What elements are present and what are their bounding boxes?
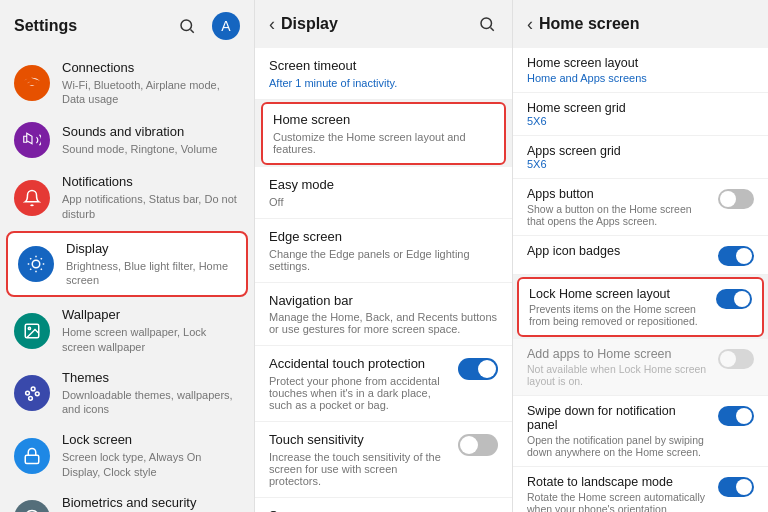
toggle-app_icon_badges[interactable] xyxy=(718,246,754,266)
right-title-home_screen_grid: Home screen grid xyxy=(527,101,746,115)
middle-item-accidental_touch[interactable]: Accidental touch protection Protect your… xyxy=(255,346,512,422)
svg-point-15 xyxy=(26,391,30,395)
right-item-apps_screen_grid[interactable]: Apps screen grid 5X6 xyxy=(513,136,768,179)
sidebar-item-wallpaper[interactable]: Wallpaper Home screen wallpaper, Lock sc… xyxy=(0,299,254,361)
right-panel-header: ‹ Home screen xyxy=(513,0,768,48)
sidebar-item-display[interactable]: Display Brightness, Blue light filter, H… xyxy=(6,231,248,297)
right-item-add_apps[interactable]: Add apps to Home screen Not available wh… xyxy=(513,339,768,396)
item-icon-wallpaper xyxy=(14,313,50,349)
middle-item-easy_mode[interactable]: Easy mode Off xyxy=(255,167,512,219)
search-icon[interactable] xyxy=(176,15,198,37)
item-title-display: Display xyxy=(66,241,236,258)
middle-item-home_screen[interactable]: Home screen Customize the Home screen la… xyxy=(261,102,506,165)
item-icon-themes xyxy=(14,375,50,411)
right-subtitle-lock_home_screen: Prevents items on the Home screen from b… xyxy=(529,303,710,327)
sidebar-item-connections[interactable]: Connections Wi-Fi, Bluetooth, Airplane m… xyxy=(0,52,254,114)
middle-item-screen_timeout[interactable]: Screen timeout After 1 minute of inactiv… xyxy=(255,48,512,100)
item-subtitle-display: Brightness, Blue light filter, Home scre… xyxy=(66,259,236,288)
toggle-add_apps[interactable] xyxy=(718,349,754,369)
sidebar-item-lock_screen[interactable]: Lock screen Screen lock type, Always On … xyxy=(0,424,254,486)
right-item-swipe_down[interactable]: Swipe down for notification panel Open t… xyxy=(513,396,768,467)
item-subtitle-notifications: App notifications, Status bar, Do not di… xyxy=(62,192,240,221)
mid-subtitle-home_screen: Customize the Home screen layout and fea… xyxy=(273,131,494,155)
left-panel-header: Settings A xyxy=(0,0,254,52)
mid-subtitle-navigation_bar: Manage the Home, Back, and Recents butto… xyxy=(269,311,498,335)
svg-line-5 xyxy=(30,258,31,259)
right-title-home_screen_layout: Home screen layout xyxy=(527,56,746,70)
right-panel-title: Home screen xyxy=(539,15,754,33)
right-panel: ‹ Home screen Home screen layout Home an… xyxy=(513,0,768,512)
item-subtitle-connections: Wi-Fi, Bluetooth, Airplane mode, Data us… xyxy=(62,78,240,107)
item-title-connections: Connections xyxy=(62,60,240,77)
mid-title-screen_saver: Screen saver xyxy=(269,508,498,512)
svg-line-6 xyxy=(41,269,42,270)
mid-title-touch_sensitivity: Touch sensitivity xyxy=(269,432,448,449)
toggle-accidental_touch[interactable] xyxy=(458,358,498,380)
svg-point-16 xyxy=(29,397,33,401)
item-title-notifications: Notifications xyxy=(62,174,240,191)
right-title-apps_screen_grid: Apps screen grid xyxy=(527,144,746,158)
left-panel: Settings A Connections Wi-Fi, Bluetooth,… xyxy=(0,0,255,512)
middle-item-edge_screen[interactable]: Edge screen Change the Edge panels or Ed… xyxy=(255,219,512,283)
toggle-apps_button[interactable] xyxy=(718,189,754,209)
mid-title-screen_timeout: Screen timeout xyxy=(269,58,498,75)
mid-title-home_screen: Home screen xyxy=(273,112,494,129)
sidebar-item-biometrics[interactable]: Biometrics and security Intelligent Scan… xyxy=(0,487,254,512)
home-screen-list: Home screen layout Home and Apps screens… xyxy=(513,48,768,512)
middle-panel-scroll: Screen timeout After 1 minute of inactiv… xyxy=(255,48,512,512)
item-title-wallpaper: Wallpaper xyxy=(62,307,240,324)
svg-rect-17 xyxy=(25,455,39,463)
right-title-swipe_down: Swipe down for notification panel xyxy=(527,404,704,432)
svg-point-2 xyxy=(32,260,40,268)
right-item-lock_home_screen[interactable]: Lock Home screen layout Prevents items o… xyxy=(517,277,764,337)
right-item-rotate_landscape[interactable]: Rotate to landscape mode Rotate the Home… xyxy=(513,467,768,512)
middle-panel: ‹ Display Screen timeout After 1 minute … xyxy=(255,0,513,512)
middle-item-touch_sensitivity[interactable]: Touch sensitivity Increase the touch sen… xyxy=(255,422,512,498)
sidebar-item-notifications[interactable]: Notifications App notifications, Status … xyxy=(0,166,254,228)
right-back-icon[interactable]: ‹ xyxy=(527,14,533,35)
right-subtitle-home_screen_layout: Home and Apps screens xyxy=(527,72,754,84)
svg-point-0 xyxy=(181,20,192,31)
mid-title-navigation_bar: Navigation bar xyxy=(269,293,498,310)
right-panel-scroll: Home screen layout Home and Apps screens… xyxy=(513,48,768,512)
item-icon-biometrics xyxy=(14,500,50,512)
mid-subtitle-accidental_touch: Protect your phone from accidental touch… xyxy=(269,375,448,411)
right-item-app_icon_badges[interactable]: App icon badges xyxy=(513,236,768,275)
right-title-app_icon_badges: App icon badges xyxy=(527,244,704,258)
mid-title-edge_screen: Edge screen xyxy=(269,229,498,246)
sidebar-item-themes[interactable]: Themes Downloadable themes, wallpapers, … xyxy=(0,362,254,424)
middle-search-icon[interactable] xyxy=(476,13,498,35)
item-icon-sounds xyxy=(14,122,50,158)
toggle-lock_home_screen[interactable] xyxy=(716,289,752,309)
mid-subtitle-touch_sensitivity: Increase the touch sensitivity of the sc… xyxy=(269,451,448,487)
svg-line-21 xyxy=(490,27,493,30)
sidebar-item-sounds[interactable]: Sounds and vibration Sound mode, Rington… xyxy=(0,114,254,166)
svg-line-10 xyxy=(41,258,42,259)
toggle-touch_sensitivity[interactable] xyxy=(458,434,498,456)
right-value-apps_screen_grid: 5X6 xyxy=(527,158,754,170)
item-subtitle-sounds: Sound mode, Ringtone, Volume xyxy=(62,142,240,156)
item-icon-lock_screen xyxy=(14,438,50,474)
header-icons: A xyxy=(176,12,240,40)
right-title-add_apps: Add apps to Home screen xyxy=(527,347,704,361)
right-item-home_screen_grid[interactable]: Home screen grid 5X6 xyxy=(513,93,768,136)
right-subtitle-swipe_down: Open the notification panel by swiping d… xyxy=(527,434,712,458)
middle-back-icon[interactable]: ‹ xyxy=(269,14,275,35)
middle-item-navigation_bar[interactable]: Navigation bar Manage the Home, Back, an… xyxy=(255,283,512,347)
item-icon-notifications xyxy=(14,180,50,216)
middle-panel-title: Display xyxy=(281,15,476,33)
right-item-home_screen_layout[interactable]: Home screen layout Home and Apps screens xyxy=(513,48,768,93)
avatar[interactable]: A xyxy=(212,12,240,40)
item-subtitle-themes: Downloadable themes, wallpapers, and ico… xyxy=(62,388,240,417)
right-subtitle-add_apps: Not available when Lock Home screen layo… xyxy=(527,363,712,387)
toggle-rotate_landscape[interactable] xyxy=(718,477,754,497)
middle-item-screen_saver[interactable]: Screen saver xyxy=(255,498,512,512)
svg-point-20 xyxy=(481,18,492,29)
display-list: Screen timeout After 1 minute of inactiv… xyxy=(255,48,512,512)
item-title-lock_screen: Lock screen xyxy=(62,432,240,449)
left-panel-scroll: Connections Wi-Fi, Bluetooth, Airplane m… xyxy=(0,52,254,512)
toggle-swipe_down[interactable] xyxy=(718,406,754,426)
left-panel-title: Settings xyxy=(14,17,176,35)
right-item-apps_button[interactable]: Apps button Show a button on the Home sc… xyxy=(513,179,768,236)
toggle-knob-accidental_touch xyxy=(478,360,496,378)
